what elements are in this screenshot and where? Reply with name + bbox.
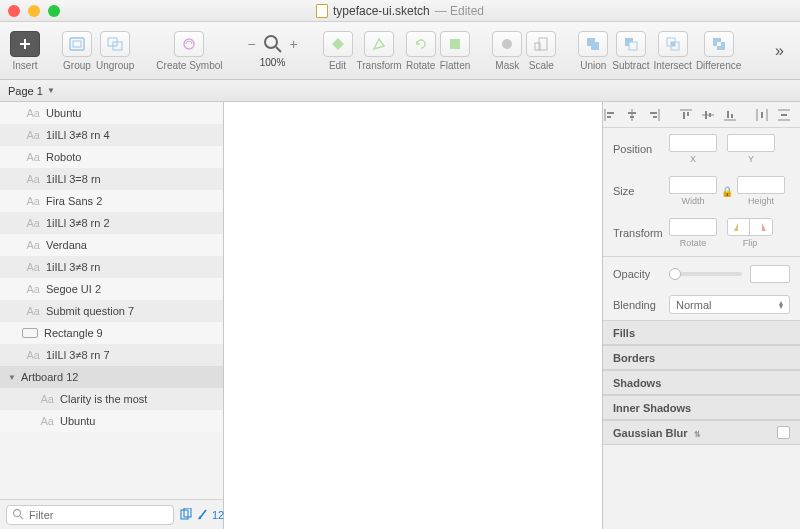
page-selector[interactable]: Page 1 ▼ — [0, 80, 800, 102]
blending-select[interactable]: Normal ▴▾ — [669, 295, 790, 314]
group-button[interactable] — [62, 31, 92, 57]
edit-label: Edit — [329, 60, 346, 71]
union-button[interactable] — [578, 31, 608, 57]
y-label: Y — [748, 154, 754, 164]
create-symbol-button[interactable] — [174, 31, 204, 57]
layer-row[interactable]: AaSegoe UI 2 — [0, 278, 223, 300]
layer-row[interactable]: AaUbuntu — [0, 410, 223, 432]
scale-label: Scale — [529, 60, 554, 71]
layer-label: Roboto — [46, 151, 81, 163]
rotate-label: Rotate — [406, 60, 435, 71]
flip-sublabel: Flip — [743, 238, 758, 248]
text-layer-icon: Aa — [36, 415, 54, 427]
window-controls — [8, 5, 60, 17]
mask-button[interactable] — [492, 31, 522, 57]
svg-rect-26 — [630, 116, 634, 118]
rotate-button[interactable] — [406, 31, 436, 57]
zoom-icon[interactable] — [263, 34, 283, 54]
filter-input[interactable] — [6, 505, 174, 525]
align-right-icon[interactable] — [648, 109, 660, 121]
layer-row[interactable]: AaVerdana — [0, 234, 223, 256]
opacity-slider[interactable] — [669, 272, 742, 276]
ungroup-label: Ungroup — [96, 60, 134, 71]
layer-row[interactable]: Aa1iILl 3≠8 rn 4 — [0, 124, 223, 146]
distribute-v-icon[interactable] — [778, 109, 790, 121]
distribute-h-icon[interactable] — [756, 109, 768, 121]
size-label: Size — [613, 185, 669, 197]
intersect-button[interactable] — [658, 31, 688, 57]
layer-row[interactable]: AaSubmit question 7 — [0, 300, 223, 322]
height-field[interactable] — [737, 176, 785, 194]
gaussian-blur-section[interactable]: Gaussian Blur ⇅ — [603, 420, 800, 445]
text-layer-icon: Aa — [22, 261, 40, 273]
layer-row[interactable]: AaRoboto — [0, 146, 223, 168]
zoom-window[interactable] — [48, 5, 60, 17]
text-layer-icon: Aa — [22, 151, 40, 163]
shadows-section[interactable]: Shadows — [603, 370, 800, 395]
opacity-field[interactable] — [750, 265, 790, 283]
edit-button[interactable] — [323, 31, 353, 57]
align-vcenter-icon[interactable] — [702, 109, 714, 121]
layer-label: 1iILl 3=8 rn — [46, 173, 101, 185]
minimize-window[interactable] — [28, 5, 40, 17]
zoom-in-button[interactable]: + — [287, 36, 301, 52]
borders-section[interactable]: Borders — [603, 345, 800, 370]
transform-button[interactable] — [364, 31, 394, 57]
subtract-button[interactable] — [616, 31, 646, 57]
rotate-sublabel: Rotate — [680, 238, 707, 248]
text-layer-icon: Aa — [22, 107, 40, 119]
filter-mode-toggle[interactable]: 12 — [180, 508, 224, 521]
layer-row[interactable]: ▼Artboard 12 — [0, 366, 223, 388]
flatten-label: Flatten — [440, 60, 471, 71]
align-left-icon[interactable] — [604, 109, 616, 121]
svg-rect-9 — [450, 39, 460, 49]
disclosure-triangle-icon[interactable]: ▼ — [8, 373, 16, 382]
flip-horizontal-button[interactable] — [728, 219, 750, 235]
align-bottom-icon[interactable] — [724, 109, 736, 121]
width-field[interactable] — [669, 176, 717, 194]
align-hcenter-icon[interactable] — [626, 109, 638, 121]
align-top-icon[interactable] — [680, 109, 692, 121]
layer-label: Artboard 12 — [21, 371, 78, 383]
slice-icon — [197, 508, 208, 521]
insert-button[interactable] — [10, 31, 40, 57]
text-layer-icon: Aa — [22, 349, 40, 361]
layer-row[interactable]: Aa1iILl 3≠8 rn 2 — [0, 212, 223, 234]
position-x-field[interactable] — [669, 134, 717, 152]
layer-label: Submit question 7 — [46, 305, 134, 317]
layer-row[interactable]: AaClarity is the most — [0, 388, 223, 410]
difference-button[interactable] — [704, 31, 734, 57]
edited-indicator: — Edited — [435, 4, 484, 18]
search-icon — [12, 508, 25, 521]
canvas[interactable] — [224, 102, 602, 529]
layer-row[interactable]: Aa1iILl 3≠8 rn — [0, 256, 223, 278]
layers-panel: AaUbuntuAa1iILl 3≠8 rn 4AaRobotoAa1iILl … — [0, 102, 224, 529]
svg-point-17 — [14, 509, 21, 516]
toolbar-overflow[interactable]: » — [769, 42, 790, 60]
inner-shadows-section[interactable]: Inner Shadows — [603, 395, 800, 420]
pages-icon — [180, 508, 193, 521]
rotate-field[interactable] — [669, 218, 717, 236]
layer-row[interactable]: Aa1iILl 3≠8 rn 7 — [0, 344, 223, 366]
flip-vertical-button[interactable] — [750, 219, 772, 235]
gaussian-blur-checkbox[interactable] — [777, 426, 790, 439]
layer-row[interactable]: Aa1iILl 3=8 rn — [0, 168, 223, 190]
width-label: Width — [681, 196, 704, 206]
ungroup-button[interactable] — [100, 31, 130, 57]
layer-row[interactable]: AaUbuntu — [0, 102, 223, 124]
group-label: Group — [63, 60, 91, 71]
layer-label: Fira Sans 2 — [46, 195, 102, 207]
scale-button[interactable] — [526, 31, 556, 57]
alignment-controls — [603, 102, 800, 128]
flatten-button[interactable] — [440, 31, 470, 57]
close-window[interactable] — [8, 5, 20, 17]
layer-row[interactable]: Rectangle 9 — [0, 322, 223, 344]
svg-rect-35 — [709, 113, 711, 117]
zoom-label: 100% — [260, 57, 286, 68]
zoom-out-button[interactable]: − — [245, 36, 259, 52]
fills-section[interactable]: Fills — [603, 320, 800, 345]
lock-aspect-icon[interactable]: 🔒 — [721, 186, 733, 197]
select-arrows-icon: ▴▾ — [779, 301, 783, 309]
layer-row[interactable]: AaFira Sans 2 — [0, 190, 223, 212]
position-y-field[interactable] — [727, 134, 775, 152]
